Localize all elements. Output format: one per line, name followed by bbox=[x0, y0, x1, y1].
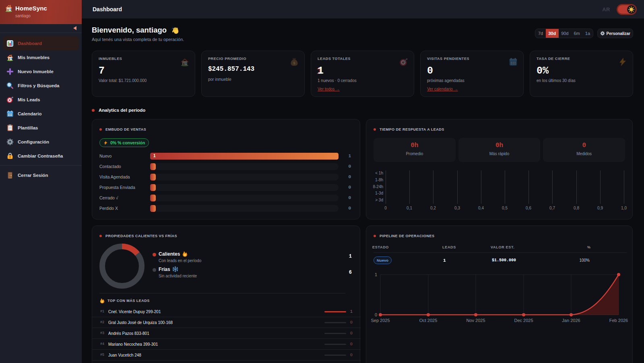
svg-text:Dec 2025: Dec 2025 bbox=[514, 318, 533, 323]
svg-text:Feb 2026: Feb 2026 bbox=[609, 318, 628, 323]
svg-text:Sep 2025: Sep 2025 bbox=[371, 318, 390, 323]
svg-text:Nov 2025: Nov 2025 bbox=[466, 318, 485, 323]
svg-text:1: 1 bbox=[375, 272, 377, 277]
svg-text:0: 0 bbox=[375, 312, 377, 317]
svg-text:Jan 2026: Jan 2026 bbox=[562, 318, 580, 323]
svg-text:$: $ bbox=[293, 61, 295, 66]
svg-text:Oct 2025: Oct 2025 bbox=[419, 318, 438, 323]
